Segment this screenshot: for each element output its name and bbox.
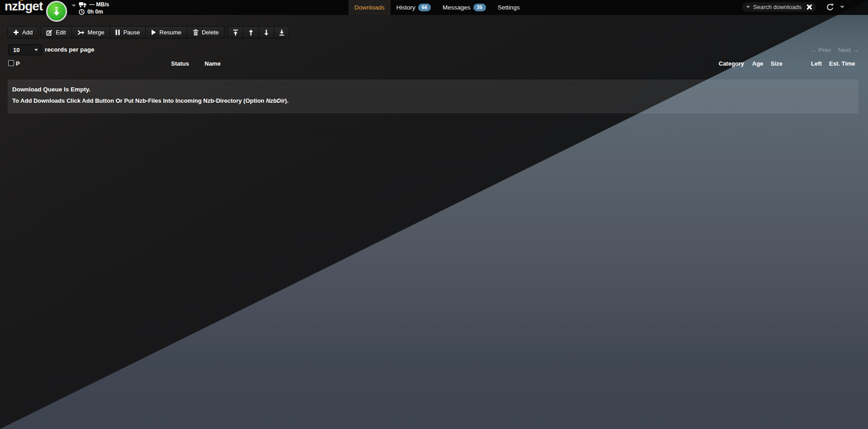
resume-button-label: Resume <box>159 29 181 36</box>
edit-button-label: Edit <box>56 29 66 36</box>
pause-icon <box>115 29 120 35</box>
column-status[interactable]: Status <box>171 60 189 67</box>
edit-button[interactable]: Edit <box>40 26 72 38</box>
logo-text: nz <box>5 0 18 13</box>
logo-text-suffix: get <box>25 0 43 13</box>
tab-history-label: History <box>396 4 415 11</box>
main-tabs: Downloads History 66 Messages 35 Setting… <box>348 0 526 15</box>
logo-b-with-arc: b <box>18 0 25 14</box>
resume-button[interactable]: Resume <box>146 26 187 38</box>
arrow-to-bottom-icon <box>279 29 285 36</box>
truck-icon <box>79 2 86 8</box>
tab-settings-label: Settings <box>498 4 520 11</box>
delete-button[interactable]: Delete <box>187 26 225 38</box>
speed-status: --- MB/s <box>79 1 109 8</box>
clock-icon <box>79 9 85 15</box>
move-down-button[interactable] <box>259 26 274 38</box>
play-badge-caret-icon[interactable] <box>72 5 76 7</box>
clear-search-icon[interactable] <box>806 4 812 10</box>
empty-queue-title: Download Queue Is Empty. <box>12 86 854 93</box>
pagination: ← Prev Next → <box>811 47 858 53</box>
column-size[interactable]: Size <box>771 60 782 67</box>
tab-downloads-label: Downloads <box>354 4 385 11</box>
search-options-caret-icon[interactable] <box>746 6 750 8</box>
select-caret-icon <box>34 49 38 51</box>
queue-toolbar: Add Edit <box>7 26 290 38</box>
refresh-icon[interactable] <box>825 3 835 12</box>
pause-button[interactable]: Pause <box>110 26 146 38</box>
time-status: 0h 0m <box>79 9 103 15</box>
column-est-time[interactable]: Est. Time <box>829 60 855 67</box>
edit-icon <box>46 29 52 36</box>
move-up-button[interactable] <box>243 26 259 38</box>
add-button-label: Add <box>22 29 33 36</box>
merge-icon <box>77 30 85 35</box>
download-state-button[interactable] <box>46 1 67 22</box>
records-per-page-value: 10 <box>13 47 19 53</box>
plus-icon <box>13 29 19 35</box>
hint-text-end: ). <box>285 97 289 104</box>
search-input[interactable] <box>753 4 806 10</box>
arrow-down-icon <box>263 29 269 36</box>
move-actions-group <box>228 26 290 38</box>
tab-messages[interactable]: Messages 35 <box>437 0 492 15</box>
tab-settings[interactable]: Settings <box>492 0 526 15</box>
queue-table-header: P Status Name Category Age Size Left Est… <box>0 59 868 69</box>
speed-value: --- MB/s <box>89 1 109 8</box>
prev-page-link[interactable]: ← Prev <box>811 47 831 53</box>
uptime-value: 0h 0m <box>87 9 103 15</box>
column-name[interactable]: Name <box>205 60 220 67</box>
move-bottom-button[interactable] <box>274 26 290 38</box>
nav-dropdown-caret-icon[interactable] <box>840 6 844 8</box>
top-navbar: nzbget --- MB/s 0h 0m <box>0 0 868 15</box>
column-left[interactable]: Left <box>811 60 822 67</box>
search-box[interactable] <box>742 2 816 12</box>
tab-history[interactable]: History 66 <box>391 0 437 15</box>
pause-button-label: Pause <box>123 29 140 36</box>
download-arrow-icon <box>52 6 61 16</box>
add-button[interactable]: Add <box>7 26 38 38</box>
records-per-page-select[interactable]: 10 <box>8 44 42 55</box>
history-count-badge: 66 <box>418 4 431 11</box>
merge-button-label: Merge <box>88 29 105 36</box>
play-icon <box>151 29 156 35</box>
column-age[interactable]: Age <box>752 60 763 67</box>
move-top-button[interactable] <box>228 26 243 38</box>
edit-actions-group: Edit Merge <box>40 26 224 38</box>
column-category[interactable]: Category <box>719 60 744 67</box>
trash-icon <box>193 29 199 36</box>
column-priority[interactable]: P <box>16 60 20 67</box>
next-page-link[interactable]: Next → <box>838 47 858 53</box>
empty-queue-panel: Download Queue Is Empty. To Add Download… <box>8 80 858 113</box>
arrow-up-icon <box>248 29 254 36</box>
select-all-checkbox[interactable] <box>8 60 14 66</box>
delete-button-label: Delete <box>202 29 219 36</box>
messages-count-badge: 35 <box>473 4 486 11</box>
merge-button[interactable]: Merge <box>72 26 110 38</box>
tab-messages-label: Messages <box>443 4 471 11</box>
hint-text: To Add Downloads Click Add Button Or Put… <box>12 97 266 104</box>
nzbget-app: nzbget --- MB/s 0h 0m <box>0 0 868 429</box>
hint-option-name: NzbDir <box>266 97 285 104</box>
empty-queue-hint: To Add Downloads Click Add Button Or Put… <box>12 97 854 104</box>
tab-downloads[interactable]: Downloads <box>348 0 391 15</box>
arrow-to-top-icon <box>233 29 238 36</box>
records-per-page-label: records per page <box>45 44 95 55</box>
nzbget-logo: nzbget <box>5 0 43 14</box>
